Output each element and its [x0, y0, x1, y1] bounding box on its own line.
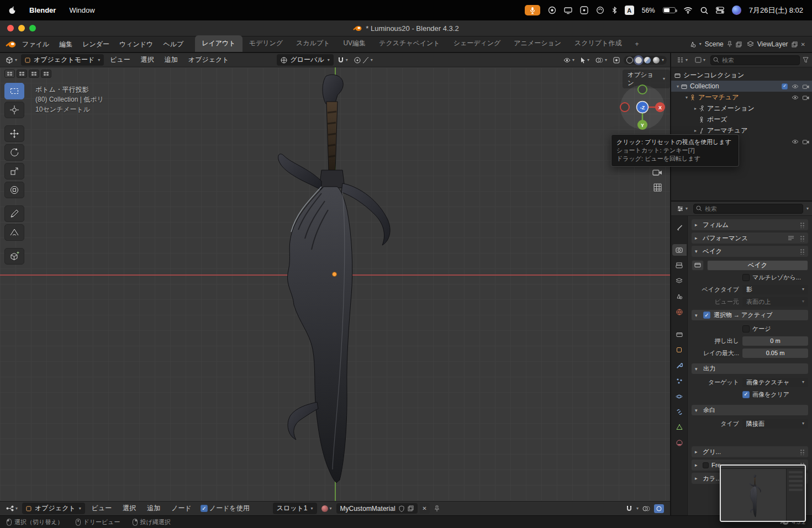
toggle-camera-view-button[interactable] [651, 166, 664, 178]
from-multires-checkbox[interactable] [742, 274, 750, 281]
scene-selector[interactable]: ▾ Scene [689, 40, 742, 48]
workspace-tab-scripting[interactable]: スクリプト作成 [568, 35, 628, 52]
tool-measure[interactable] [4, 224, 24, 241]
tab-material[interactable] [672, 437, 687, 448]
disable-in-renders-icon[interactable] [803, 95, 809, 100]
tool-move[interactable] [4, 125, 24, 142]
tab-world[interactable] [672, 306, 687, 318]
tool-transform[interactable] [4, 182, 24, 198]
material-name-field[interactable]: MyCustomMaterial [336, 503, 418, 514]
selectability-dropdown[interactable]: ▾ [578, 56, 592, 65]
selected-to-active-checkbox[interactable]: ✓ [703, 311, 710, 319]
cage-checkbox[interactable] [742, 325, 750, 332]
menu-window[interactable]: ウィンドウ [114, 38, 158, 51]
screen-record-icon[interactable] [548, 6, 556, 14]
tab-tool[interactable] [672, 221, 687, 233]
mic-in-use-indicator[interactable] [525, 5, 540, 15]
scene-name[interactable]: Scene [705, 40, 724, 48]
tab-output[interactable] [672, 260, 687, 271]
outliner-display-mode-button[interactable]: ▾ [693, 56, 708, 64]
tab-object-data[interactable] [672, 421, 687, 433]
shader-menu-add[interactable]: 追加 [143, 503, 165, 514]
corner-toggle-1[interactable] [4, 70, 15, 78]
viewport-menu-view[interactable]: ビュー [106, 54, 135, 66]
use-nodes-checkbox[interactable]: ✓ ノードを使用 [198, 503, 252, 514]
sword-model[interactable] [260, 73, 409, 484]
workspace-tab-shading[interactable]: シェーディング [447, 35, 508, 52]
tab-object[interactable] [672, 344, 687, 356]
tab-particles[interactable] [672, 375, 687, 387]
disable-in-renders-icon[interactable] [803, 139, 809, 144]
tab-scene[interactable] [672, 291, 687, 302]
remove-viewlayer-icon[interactable]: ✕ [801, 41, 805, 47]
menu-help[interactable]: ヘルプ [158, 38, 188, 51]
outliner-label[interactable]: アニメーション [707, 104, 755, 113]
panel-film[interactable]: ▸フィルム [692, 219, 808, 230]
shader-menu-select[interactable]: 選択 [118, 503, 140, 514]
viewport-menu-select[interactable]: 選択 [136, 54, 159, 66]
viewlayer-selector[interactable]: ViewLayer ✕ [747, 40, 805, 48]
subpanel-output[interactable]: ▾出力 [692, 363, 808, 374]
tool-rotate[interactable] [4, 144, 24, 161]
viewport-menu-object[interactable]: オブジェクト [184, 54, 234, 66]
apple-menu-icon[interactable] [9, 6, 16, 14]
menu-edit[interactable]: 編集 [54, 38, 77, 51]
menu-file[interactable]: ファイル [17, 38, 54, 51]
shading-wireframe-button[interactable] [626, 57, 633, 64]
material-slot-dropdown[interactable]: スロット1 ▾ [273, 503, 317, 514]
show-overlays-toggle[interactable]: ▾ [593, 56, 609, 65]
outliner-label[interactable]: アーマチュア [707, 126, 747, 135]
extrusion-field[interactable]: 0 m [742, 336, 808, 346]
outliner-row-scene-collection[interactable]: シーンコレクション [671, 70, 812, 81]
editor-type-button[interactable]: ▾ [3, 55, 19, 65]
properties-editor-type-button[interactable]: ▾ [674, 204, 690, 213]
airpods-icon[interactable] [596, 6, 604, 14]
workspace-tab-animation[interactable]: アニメーション [507, 35, 568, 52]
shader-snap-icon[interactable] [626, 505, 632, 512]
clear-image-checkbox[interactable]: ✓ [742, 391, 750, 398]
tab-collection[interactable] [672, 329, 687, 340]
shader-editor-type-button[interactable]: ▾ [4, 504, 20, 513]
preset-list-icon[interactable] [788, 235, 794, 241]
control-center-icon[interactable] [716, 7, 724, 14]
shader-type-dropdown[interactable]: オブジェクト ▾ [22, 503, 85, 514]
subpanel-selected-to-active[interactable]: ▾ ✓ 選択物 → アクティブ [692, 310, 808, 320]
add-workspace-button[interactable]: + [628, 37, 645, 52]
menubar-clock[interactable]: 7月26日(土) 8:02 [749, 6, 803, 15]
snap-toggle[interactable]: ▾ [335, 56, 350, 65]
object-origin-point[interactable] [332, 272, 337, 277]
panel-drag-grip[interactable] [800, 449, 805, 455]
close-window-button[interactable] [7, 25, 14, 31]
shader-overlay-toggle[interactable] [642, 505, 650, 512]
margin-type-dropdown[interactable]: 隣接面▾ [742, 419, 808, 429]
outliner-search-input[interactable] [710, 55, 800, 65]
tab-constraints[interactable] [672, 406, 687, 418]
panel-drag-grip[interactable] [800, 249, 805, 255]
wifi-icon[interactable] [683, 7, 693, 14]
workspace-tab-uv[interactable]: UV編集 [336, 35, 372, 52]
max-ray-field[interactable]: 0.05 m [742, 349, 808, 358]
disable-in-renders-icon[interactable] [803, 84, 809, 89]
properties-search-input[interactable] [693, 204, 803, 214]
outliner-row-armature-object[interactable]: ▾ アーマチュア [671, 92, 812, 103]
panel-drag-grip[interactable] [800, 222, 805, 228]
shader-snap-chevron[interactable]: ▾ [636, 506, 639, 511]
corner-toggle-4[interactable] [41, 70, 51, 78]
corner-toggle-2[interactable] [17, 70, 27, 78]
tool-select-box[interactable] [4, 83, 24, 99]
menu-render[interactable]: レンダー [77, 38, 114, 51]
new-scene-icon[interactable] [736, 41, 742, 47]
outliner-label[interactable]: アーマチュア [698, 93, 739, 102]
user-avatar-icon[interactable] [732, 6, 741, 15]
view-from-dropdown[interactable]: 表面の上▾ [742, 297, 808, 307]
bake-type-dropdown[interactable]: 影▾ [742, 285, 808, 294]
navigation-gizmo[interactable]: X Y -Z [619, 84, 666, 130]
blender-logo-icon[interactable] [6, 41, 16, 48]
tab-modifiers[interactable] [672, 360, 687, 371]
outliner-editor-type-button[interactable]: ▾ [674, 56, 690, 64]
unlink-material-button[interactable]: ✕ [420, 503, 430, 514]
screen-share-pip-thumbnail[interactable] [720, 464, 806, 522]
collection-exclude-checkbox[interactable]: ✓ [782, 83, 788, 89]
viewlayer-name[interactable]: ViewLayer [757, 40, 788, 48]
freestyle-checkbox[interactable] [703, 462, 709, 468]
